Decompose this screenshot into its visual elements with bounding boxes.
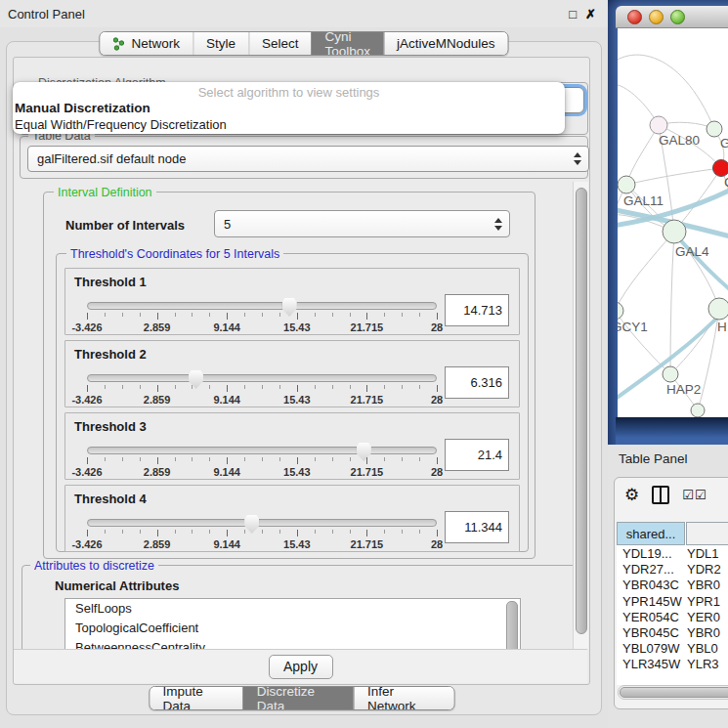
tab-label: Infer Network (367, 686, 442, 710)
node-label: GAL80 (659, 133, 700, 148)
table-panel-region: Table Panel ⚙ ☑☑ shared...na YDL19...YDL… (608, 445, 728, 728)
tab-style[interactable]: Style (193, 32, 248, 55)
threshold-value-field[interactable]: 21.4 (445, 439, 509, 471)
table-row[interactable]: YPR145WYPR1 (617, 594, 728, 610)
node-label: GCY1 (618, 320, 648, 334)
scale-label: 15.43 (283, 394, 311, 406)
threshold-slider[interactable]: -3.4262.8599.14415.4321.71528 (87, 515, 437, 550)
tab-impute-data[interactable]: Impute Data (150, 687, 243, 709)
dropdown-placeholder: Select algorithm to view settings (13, 82, 565, 100)
cell-name: YER0 (687, 610, 720, 624)
algorithm-dropdown-popup: Select algorithm to view settings Manual… (13, 82, 565, 134)
list-item-selfloops[interactable]: SelfLoops (65, 599, 520, 619)
close-traffic-light-icon[interactable] (627, 10, 642, 24)
table-row[interactable]: YDL19...YDL1 (617, 546, 728, 562)
table-row[interactable]: YLR345WYLR3 (617, 657, 728, 672)
network-node-gcy1[interactable] (618, 302, 623, 320)
gear-icon[interactable]: ⚙ (624, 487, 639, 503)
table-data-combobox[interactable]: galFiltered.sif default node (27, 146, 589, 172)
network-node-gal80[interactable] (650, 116, 667, 134)
scale-label: 15.43 (283, 538, 311, 550)
group-title-thresholds: Threshold's Coordinates for 5 Intervals (66, 247, 283, 261)
table-row[interactable]: YBR045CYBR0 (617, 625, 728, 641)
network-node[interactable] (691, 404, 705, 417)
network-graph[interactable]: GAL80GACGAL11GAL4GCY1HHAP2 (618, 28, 728, 417)
slider-scale: -3.4262.8599.14415.4321.71528 (87, 321, 437, 333)
cell-shared-name: YDL19... (622, 546, 672, 561)
cell-name: YDL1 (687, 546, 719, 561)
column-header-shared-[interactable]: shared... (617, 522, 685, 545)
column-header-na[interactable]: na (686, 522, 728, 545)
threshold-value-field[interactable]: 6.316 (445, 366, 509, 399)
threshold-slider[interactable]: -3.4262.8599.14415.4321.71528 (87, 370, 437, 406)
network-node-h[interactable] (708, 298, 728, 320)
scale-label: 28 (431, 321, 443, 333)
interval-definition-group: Interval Definition Number of Intervals … (43, 192, 535, 559)
float-window-icon[interactable]: □ (569, 7, 577, 21)
network-canvas[interactable]: GAL80GACGAL11GAL4GCY1HHAP2 (618, 28, 728, 417)
scale-label: 2.859 (144, 394, 171, 406)
thresholds-group: Threshold's Coordinates for 5 Intervals … (56, 253, 529, 552)
table-row[interactable]: YIL052CYIL0 (617, 673, 728, 674)
apply-button[interactable]: Apply (269, 655, 333, 679)
dropdown-option-equal-width-frequency[interactable]: Equal Width/Frequency Discretization (13, 117, 565, 132)
numerical-attributes-list[interactable]: SelfLoopsTopologicalCoefficientBetweenne… (64, 598, 521, 649)
tab-network[interactable]: Network (100, 32, 193, 55)
slider-ticks (87, 457, 437, 465)
tab-label: jActiveMNodules (397, 36, 495, 51)
tab-discretize-data[interactable]: Discretize Data (243, 687, 354, 709)
scale-label: 21.715 (351, 466, 384, 478)
node-table[interactable]: shared...na YDL19...YDL1YDR27...YDR2YBR0… (617, 522, 728, 685)
threshold-slider[interactable]: -3.4262.8599.14415.4321.71528 (87, 298, 437, 333)
slider-track[interactable] (87, 302, 437, 310)
network-node-gal4[interactable] (663, 220, 686, 243)
tab-label: Discretize Data (257, 686, 341, 710)
table-row[interactable]: YDR27...YDR2 (617, 562, 728, 578)
number-of-intervals-combobox[interactable]: 5 (214, 210, 510, 237)
slider-track[interactable] (87, 374, 437, 382)
threshold-label: Threshold 2 (74, 347, 147, 362)
tab-jactivemnodules[interactable]: jActiveMNodules (383, 32, 508, 55)
list-item-topologicalcoefficient[interactable]: TopologicalCoefficient (65, 619, 520, 638)
threshold-value-field[interactable]: 11.344 (445, 511, 509, 543)
table-scrollbar-thumb[interactable] (620, 687, 728, 698)
network-edge (618, 55, 714, 129)
tab-cyni-toolbox[interactable]: Cyni Toolbox (311, 32, 383, 55)
network-window-frame (616, 417, 728, 445)
slider-scale: -3.4262.8599.14415.4321.71528 (87, 466, 437, 478)
threshold-label: Threshold 3 (74, 419, 147, 434)
tab-infer-network[interactable]: Infer Network (354, 687, 454, 709)
list-scrollbar[interactable] (506, 601, 518, 649)
table-row[interactable]: YBR043CYBR0 (617, 578, 728, 593)
network-node-c[interactable] (713, 160, 728, 177)
threshold-slider[interactable]: -3.4262.8599.14415.4321.71528 (87, 443, 437, 478)
network-node-hap2[interactable] (663, 366, 678, 382)
table-panel-title: Table Panel (619, 451, 688, 466)
threshold-panel-threshold-4: Threshold 4-3.4262.8599.14415.4321.71528… (64, 485, 520, 552)
tab-label: Network (131, 36, 180, 51)
settings-scroll-area: Interval Definition Number of Intervals … (14, 182, 575, 649)
table-horizontal-scrollbar[interactable] (618, 685, 728, 700)
checkbox-icons[interactable]: ☑☑ (682, 488, 707, 502)
threshold-value-field[interactable]: 14.713 (445, 294, 509, 326)
panel-scrollbar[interactable] (573, 182, 588, 649)
slider-ticks (87, 385, 437, 393)
slider-track[interactable] (87, 519, 437, 527)
slider-track[interactable] (87, 447, 437, 454)
network-node-gal11[interactable] (618, 176, 635, 193)
minimize-traffic-light-icon[interactable] (649, 10, 664, 24)
zoom-traffic-light-icon[interactable] (670, 10, 685, 24)
list-item-betweennesscentrality[interactable]: BetweennessCentrality (65, 638, 520, 649)
scale-label: 2.859 (144, 321, 171, 333)
tab-label: Impute Data (163, 686, 231, 710)
scale-label: 28 (431, 466, 443, 478)
close-icon[interactable]: ✗ (585, 7, 596, 21)
split-columns-icon[interactable] (652, 486, 669, 504)
panel-scrollbar-thumb[interactable] (576, 188, 587, 634)
tab-select[interactable]: Select (248, 32, 312, 55)
network-node-ga[interactable] (707, 121, 722, 137)
node-label: HAP2 (666, 382, 701, 397)
table-row[interactable]: YBL079WYBL0 (617, 641, 728, 657)
dropdown-option-manual-discretization[interactable]: Manual Discretization (13, 101, 565, 115)
table-row[interactable]: YER054CYER0 (617, 610, 728, 625)
